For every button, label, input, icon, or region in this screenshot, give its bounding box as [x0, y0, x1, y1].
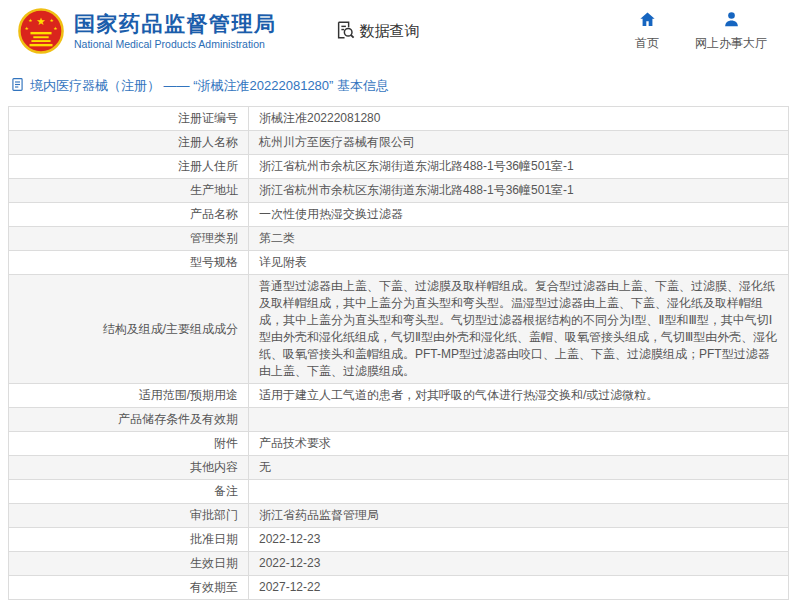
row-value	[249, 480, 789, 504]
header-right-nav: 首页 网上办事大厅	[635, 10, 781, 52]
row-label: 其他内容	[9, 456, 249, 480]
row-value: 浙械注准20222081280	[249, 107, 789, 131]
table-row: 结构及组成/主要组成成分普通型过滤器由上盖、下盖、过滤膜及取样帽组成。复合型过滤…	[9, 275, 789, 384]
row-value: 浙江省杭州市余杭区东湖街道东湖北路488-1号36幢501室-1	[249, 155, 789, 179]
row-value: 第二类	[249, 227, 789, 251]
row-value: 2022-12-23	[249, 528, 789, 552]
row-value: 一次性使用热湿交换过滤器	[249, 203, 789, 227]
table-row: 适用范围/预期用途适用于建立人工气道的患者，对其呼吸的气体进行热湿交换和/或过滤…	[9, 384, 789, 408]
row-value: 无	[249, 456, 789, 480]
table-row: 其他内容无	[9, 456, 789, 480]
svg-text:★: ★	[36, 15, 45, 27]
row-label: 注册人住所	[9, 155, 249, 179]
svg-text:★: ★	[24, 26, 28, 31]
svg-text:★: ★	[28, 18, 32, 23]
row-value: 浙江省药品监督管理局	[249, 504, 789, 528]
row-value: 杭州川方至医疗器械有限公司	[249, 131, 789, 155]
nav-data-query[interactable]: 数据查询	[335, 20, 420, 43]
row-value: 适用于建立人工气道的患者，对其呼吸的气体进行热湿交换和/或过滤微粒。	[249, 384, 789, 408]
table-row: 批准日期2022-12-23	[9, 528, 789, 552]
breadcrumb: 境内医疗器械（注册） —— “浙械注准20222081280” 基本信息	[0, 62, 797, 106]
nav-online-hall[interactable]: 网上办事大厅	[695, 10, 767, 52]
info-table: 注册证编号浙械注准20222081280注册人名称杭州川方至医疗器械有限公司注册…	[8, 106, 789, 600]
row-label: 注册人名称	[9, 131, 249, 155]
row-label: 产品名称	[9, 203, 249, 227]
row-value: 浙江省杭州市余杭区东湖街道东湖北路488-1号36幢501室-1	[249, 179, 789, 203]
table-row: 注册证编号浙械注准20222081280	[9, 107, 789, 131]
row-value: 详见附表	[249, 251, 789, 275]
row-value: 产品技术要求	[249, 432, 789, 456]
table-row: 型号规格详见附表	[9, 251, 789, 275]
row-value: 2022-12-23	[249, 552, 789, 576]
row-label: 生效日期	[9, 552, 249, 576]
nav-home-label: 首页	[635, 35, 659, 52]
row-label: 备注	[9, 480, 249, 504]
table-row: 有效期至2027-12-22	[9, 576, 789, 600]
table-row: 审批部门浙江省药品监督管理局	[9, 504, 789, 528]
breadcrumb-text: 境内医疗器械（注册） —— “浙械注准20222081280” 基本信息	[30, 77, 389, 95]
nav-home[interactable]: 首页	[635, 10, 659, 52]
row-label: 型号规格	[9, 251, 249, 275]
table-row: 备注	[9, 480, 789, 504]
home-icon	[638, 10, 657, 32]
row-value	[249, 408, 789, 432]
table-row: 附件产品技术要求	[9, 432, 789, 456]
person-icon	[722, 10, 741, 32]
info-table-body: 注册证编号浙械注准20222081280注册人名称杭州川方至医疗器械有限公司注册…	[9, 107, 789, 600]
page-header: ★ ★ ★ ★ ★ 国家药品监督管理局 National Medical Pro…	[0, 0, 797, 62]
row-label: 适用范围/预期用途	[9, 384, 249, 408]
brand-block: 国家药品监督管理局 National Medical Products Admi…	[74, 12, 277, 50]
data-query-icon	[335, 20, 355, 43]
site-title: 国家药品监督管理局	[74, 12, 277, 36]
row-label: 有效期至	[9, 576, 249, 600]
nav-online-hall-label: 网上办事大厅	[695, 35, 767, 52]
row-label: 生产地址	[9, 179, 249, 203]
table-row: 管理类别第二类	[9, 227, 789, 251]
table-row: 产品储存条件及有效期	[9, 408, 789, 432]
row-value: 普通型过滤器由上盖、下盖、过滤膜及取样帽组成。复合型过滤器由上盖、下盖、过滤膜、…	[249, 275, 789, 384]
table-row: 生效日期2022-12-23	[9, 552, 789, 576]
data-query-label: 数据查询	[360, 22, 420, 41]
row-label: 审批部门	[9, 504, 249, 528]
row-value: 2027-12-22	[249, 576, 789, 600]
row-label: 附件	[9, 432, 249, 456]
table-row: 注册人住所浙江省杭州市余杭区东湖街道东湖北路488-1号36幢501室-1	[9, 155, 789, 179]
table-row: 注册人名称杭州川方至医疗器械有限公司	[9, 131, 789, 155]
row-label: 注册证编号	[9, 107, 249, 131]
row-label: 结构及组成/主要组成成分	[9, 275, 249, 384]
table-row: 生产地址浙江省杭州市余杭区东湖街道东湖北路488-1号36幢501室-1	[9, 179, 789, 203]
document-icon	[10, 77, 25, 95]
table-row: 产品名称一次性使用热湿交换过滤器	[9, 203, 789, 227]
site-subtitle: National Medical Products Administration	[74, 38, 277, 50]
national-emblem-icon: ★ ★ ★ ★ ★	[18, 8, 64, 54]
svg-text:★: ★	[53, 26, 57, 31]
row-label: 产品储存条件及有效期	[9, 408, 249, 432]
row-label: 管理类别	[9, 227, 249, 251]
row-label: 批准日期	[9, 528, 249, 552]
svg-text:★: ★	[49, 18, 53, 23]
